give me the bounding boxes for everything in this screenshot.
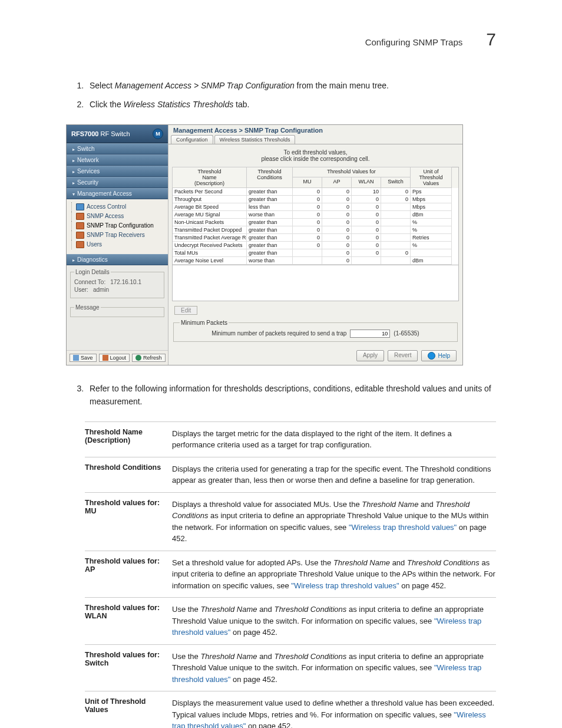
- cell-editable[interactable]: 0: [293, 242, 322, 249]
- desc-label: Threshold values for: WLAN: [85, 604, 172, 638]
- cell-editable[interactable]: [293, 249, 322, 257]
- cell-editable[interactable]: 0: [293, 219, 322, 226]
- btn-label: Refresh: [143, 355, 162, 361]
- cell-editable: dBm: [411, 211, 452, 219]
- tab-bar: Configuration Wireless Statistics Thresh…: [168, 135, 462, 144]
- minp-range: (1-65535): [394, 330, 419, 337]
- cell-editable[interactable]: 0: [322, 226, 352, 234]
- desc-value: Use the Threshold Name and Threshold Con…: [172, 604, 496, 638]
- desc-label: Threshold values for: Switch: [85, 651, 172, 686]
- save-button[interactable]: Save: [70, 354, 97, 362]
- cell-editable[interactable]: 0: [293, 203, 322, 211]
- cell-editable[interactable]: [352, 257, 381, 265]
- nav-switch[interactable]: Switch: [67, 143, 168, 154]
- col-cond: Threshold Conditions: [246, 167, 293, 188]
- folder-icon: [76, 232, 84, 239]
- cell: Throughput: [173, 196, 247, 203]
- folder-icon: [76, 213, 84, 220]
- cell-editable[interactable]: [381, 219, 411, 226]
- cell-editable[interactable]: 0: [293, 188, 322, 196]
- tree-snmp-trap-receivers[interactable]: SNMP Trap Receivers: [69, 230, 166, 240]
- cell-editable[interactable]: 0: [322, 219, 352, 226]
- cell-editable[interactable]: 0: [352, 226, 381, 234]
- header-title: Configuring SNMP Traps: [365, 37, 463, 47]
- cell-editable[interactable]: 0: [322, 249, 352, 257]
- cell-editable[interactable]: 0: [322, 203, 352, 211]
- cell-editable[interactable]: 0: [322, 211, 352, 219]
- cell: greater than: [247, 226, 293, 234]
- nav-network[interactable]: Network: [67, 154, 168, 166]
- cell: Average MU Signal: [173, 211, 247, 219]
- tab-wireless-stats[interactable]: Wireless Statistics Thresholds: [214, 135, 296, 144]
- link-wireless-trap-values[interactable]: "Wireless trap threshold values": [172, 617, 481, 637]
- cell-editable[interactable]: [381, 226, 411, 234]
- nav-services[interactable]: Services: [67, 166, 168, 177]
- cell-editable[interactable]: 0: [322, 242, 352, 249]
- cell-editable[interactable]: 0: [352, 234, 381, 242]
- cell-editable[interactable]: 0: [352, 219, 381, 226]
- login-details: Login Details Connect To:172.16.10.1 Use…: [70, 269, 164, 298]
- cell-editable[interactable]: 0: [293, 211, 322, 219]
- minp-input[interactable]: [350, 330, 390, 338]
- tree-users[interactable]: Users: [69, 240, 166, 249]
- cell-editable[interactable]: 0: [322, 196, 352, 203]
- cell-editable[interactable]: 0: [322, 188, 352, 196]
- table-row: Average Noise Levelworse than0dBm: [173, 257, 458, 265]
- cell-editable[interactable]: 0: [322, 234, 352, 242]
- cell-editable: Retries: [411, 234, 452, 242]
- help-button[interactable]: Help: [421, 350, 457, 361]
- tab-configuration[interactable]: Configuration: [171, 135, 213, 144]
- cell-editable[interactable]: 0: [352, 211, 381, 219]
- cell-editable[interactable]: 10: [352, 188, 381, 196]
- cell-editable[interactable]: [381, 203, 411, 211]
- tree-snmp-trap-config[interactable]: SNMP Trap Configuration: [69, 221, 166, 230]
- link-wireless-trap-values[interactable]: "Wireless trap threshold values": [172, 710, 486, 728]
- link-wireless-trap-values[interactable]: "Wireless trap threshold values": [349, 523, 457, 532]
- revert-button[interactable]: Revert: [388, 350, 418, 361]
- cell-editable[interactable]: 0: [352, 203, 381, 211]
- cell-editable[interactable]: [293, 257, 322, 265]
- logout-button[interactable]: Logout: [99, 354, 130, 362]
- cell-editable[interactable]: 0: [293, 226, 322, 234]
- desc-value: Displays a threshold value for associate…: [172, 499, 496, 545]
- nav-diagnostics[interactable]: Diagnostics: [67, 254, 168, 265]
- link-wireless-trap-values[interactable]: "Wireless trap threshold values": [291, 581, 399, 590]
- cell-editable[interactable]: 0: [293, 234, 322, 242]
- cell-editable[interactable]: [381, 242, 411, 249]
- table-row: Undecrypt Received Packetsgreater than00…: [173, 242, 458, 249]
- nav-management-access[interactable]: Management Access: [67, 188, 168, 199]
- step-3: Refer to the following information for t…: [86, 382, 496, 409]
- desc-value: Displays the criteria used for generatin…: [172, 463, 496, 486]
- tree-snmp-access[interactable]: SNMP Access: [69, 212, 166, 221]
- table-row: Transmitted Packet Droppedgreater than00…: [173, 226, 458, 234]
- cell-editable: [411, 249, 452, 257]
- cell-editable[interactable]: 0: [381, 188, 411, 196]
- help-icon: [428, 352, 435, 360]
- link-wireless-trap-values[interactable]: "Wireless trap threshold values": [172, 663, 481, 684]
- message-box: Message: [70, 304, 164, 317]
- desc-value: Displays the measurement value used to d…: [172, 697, 496, 728]
- cell-editable[interactable]: 0: [381, 196, 411, 203]
- col-switch: Switch: [381, 177, 411, 188]
- cell-editable[interactable]: [381, 211, 411, 219]
- btn-label: Save: [81, 355, 93, 361]
- cell-editable[interactable]: 0: [322, 257, 352, 265]
- tree-access-control[interactable]: Access Control: [69, 202, 166, 212]
- edit-button[interactable]: Edit: [174, 306, 197, 315]
- main-panel: Management Access > SNMP Trap Configurat…: [168, 125, 462, 365]
- connect-value: 172.16.10.1: [110, 279, 141, 285]
- cell-editable[interactable]: 0: [293, 196, 322, 203]
- cell-editable[interactable]: 0: [352, 249, 381, 257]
- cell-editable[interactable]: 0: [381, 249, 411, 257]
- brand-logo-icon: [153, 129, 163, 139]
- cell-editable[interactable]: 0: [352, 242, 381, 249]
- desc-value: Use the Threshold Name and Threshold Con…: [172, 651, 496, 686]
- cell-editable[interactable]: 0: [352, 196, 381, 203]
- cell-editable[interactable]: [381, 234, 411, 242]
- cell: worse than: [247, 211, 293, 219]
- apply-button[interactable]: Apply: [356, 350, 384, 361]
- tree-label: SNMP Trap Configuration: [87, 222, 154, 229]
- nav-security[interactable]: Security: [67, 177, 168, 188]
- refresh-button[interactable]: Refresh: [132, 354, 166, 362]
- cell-editable[interactable]: [381, 257, 411, 265]
